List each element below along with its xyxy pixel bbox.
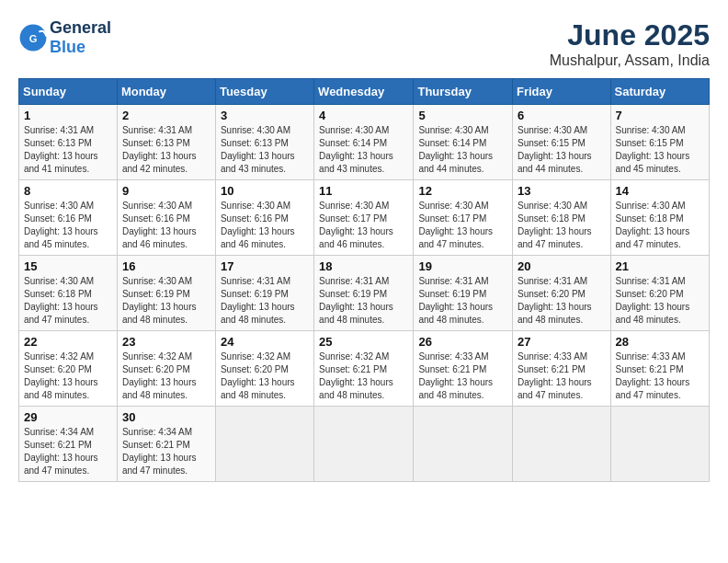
calendar-week-row: 8 Sunrise: 4:30 AMSunset: 6:16 PMDayligh… — [19, 180, 710, 256]
page-header: G General Blue June 2025 Mushalpur, Assa… — [18, 18, 710, 69]
table-row: 8 Sunrise: 4:30 AMSunset: 6:16 PMDayligh… — [19, 180, 118, 256]
day-detail: Sunrise: 4:30 AMSunset: 6:14 PMDaylight:… — [319, 125, 393, 174]
table-row: 16 Sunrise: 4:30 AMSunset: 6:19 PMDaylig… — [117, 256, 215, 331]
table-row: 13 Sunrise: 4:30 AMSunset: 6:18 PMDaylig… — [513, 180, 611, 256]
day-detail: Sunrise: 4:31 AMSunset: 6:19 PMDaylight:… — [221, 276, 295, 325]
table-row — [610, 407, 709, 482]
table-row: 7 Sunrise: 4:30 AMSunset: 6:15 PMDayligh… — [610, 105, 709, 180]
day-detail: Sunrise: 4:30 AMSunset: 6:14 PMDaylight:… — [418, 125, 493, 174]
day-number: 10 — [221, 184, 309, 198]
day-detail: Sunrise: 4:32 AMSunset: 6:20 PMDaylight:… — [24, 351, 98, 400]
table-row: 3 Sunrise: 4:30 AMSunset: 6:13 PMDayligh… — [215, 105, 313, 180]
table-row — [215, 407, 313, 482]
table-row: 11 Sunrise: 4:30 AMSunset: 6:17 PMDaylig… — [314, 180, 414, 256]
calendar-week-row: 15 Sunrise: 4:30 AMSunset: 6:18 PMDaylig… — [19, 256, 710, 331]
day-detail: Sunrise: 4:30 AMSunset: 6:17 PMDaylight:… — [418, 201, 493, 249]
day-detail: Sunrise: 4:31 AMSunset: 6:20 PMDaylight:… — [518, 276, 592, 325]
table-row: 14 Sunrise: 4:30 AMSunset: 6:18 PMDaylig… — [610, 180, 709, 256]
day-number: 6 — [518, 109, 606, 122]
calendar-week-row: 29 Sunrise: 4:34 AMSunset: 6:21 PMDaylig… — [19, 407, 710, 482]
table-row: 22 Sunrise: 4:32 AMSunset: 6:20 PMDaylig… — [19, 331, 118, 407]
table-row — [414, 407, 513, 482]
table-row: 12 Sunrise: 4:30 AMSunset: 6:17 PMDaylig… — [414, 180, 513, 256]
col-monday: Monday — [117, 79, 215, 105]
day-detail: Sunrise: 4:33 AMSunset: 6:21 PMDaylight:… — [518, 351, 592, 400]
day-number: 5 — [418, 109, 507, 122]
calendar-table: Sunday Monday Tuesday Wednesday Thursday… — [18, 78, 710, 482]
table-row — [314, 407, 414, 482]
table-row: 18 Sunrise: 4:31 AMSunset: 6:19 PMDaylig… — [314, 256, 414, 331]
day-number: 7 — [616, 109, 704, 122]
day-detail: Sunrise: 4:30 AMSunset: 6:19 PMDaylight:… — [122, 276, 197, 325]
day-number: 19 — [418, 259, 507, 273]
table-row: 28 Sunrise: 4:33 AMSunset: 6:21 PMDaylig… — [610, 331, 709, 407]
day-number: 29 — [24, 410, 112, 424]
day-number: 8 — [24, 184, 112, 198]
table-row: 6 Sunrise: 4:30 AMSunset: 6:15 PMDayligh… — [513, 105, 611, 180]
day-number: 14 — [616, 184, 704, 198]
calendar-week-row: 1 Sunrise: 4:31 AMSunset: 6:13 PMDayligh… — [19, 105, 710, 180]
col-wednesday: Wednesday — [314, 79, 414, 105]
day-number: 24 — [221, 335, 309, 349]
col-thursday: Thursday — [414, 79, 513, 105]
day-detail: Sunrise: 4:30 AMSunset: 6:18 PMDaylight:… — [24, 276, 98, 325]
table-row: 30 Sunrise: 4:34 AMSunset: 6:21 PMDaylig… — [117, 407, 215, 482]
day-detail: Sunrise: 4:34 AMSunset: 6:21 PMDaylight:… — [24, 427, 98, 476]
day-number: 27 — [518, 335, 606, 349]
day-number: 12 — [418, 184, 507, 198]
day-detail: Sunrise: 4:31 AMSunset: 6:13 PMDaylight:… — [24, 125, 98, 174]
day-number: 22 — [24, 335, 112, 349]
day-detail: Sunrise: 4:30 AMSunset: 6:16 PMDaylight:… — [24, 201, 98, 249]
day-detail: Sunrise: 4:31 AMSunset: 6:19 PMDaylight:… — [319, 276, 393, 325]
day-detail: Sunrise: 4:31 AMSunset: 6:20 PMDaylight:… — [616, 276, 690, 325]
day-number: 17 — [221, 259, 309, 273]
day-number: 13 — [518, 184, 606, 198]
table-row: 23 Sunrise: 4:32 AMSunset: 6:20 PMDaylig… — [117, 331, 215, 407]
day-number: 16 — [122, 259, 210, 273]
day-number: 25 — [319, 335, 408, 349]
col-friday: Friday — [513, 79, 611, 105]
day-detail: Sunrise: 4:30 AMSunset: 6:16 PMDaylight:… — [122, 201, 197, 249]
logo-icon: G — [18, 23, 48, 52]
table-row: 21 Sunrise: 4:31 AMSunset: 6:20 PMDaylig… — [610, 256, 709, 331]
svg-text:G: G — [29, 33, 38, 44]
day-number: 18 — [319, 259, 408, 273]
day-detail: Sunrise: 4:32 AMSunset: 6:20 PMDaylight:… — [221, 351, 295, 400]
table-row: 15 Sunrise: 4:30 AMSunset: 6:18 PMDaylig… — [19, 256, 118, 331]
day-detail: Sunrise: 4:30 AMSunset: 6:18 PMDaylight:… — [616, 201, 690, 249]
table-row: 24 Sunrise: 4:32 AMSunset: 6:20 PMDaylig… — [215, 331, 313, 407]
day-detail: Sunrise: 4:32 AMSunset: 6:21 PMDaylight:… — [319, 351, 393, 400]
table-row: 1 Sunrise: 4:31 AMSunset: 6:13 PMDayligh… — [19, 105, 118, 180]
day-number: 1 — [24, 109, 112, 122]
day-detail: Sunrise: 4:31 AMSunset: 6:19 PMDaylight:… — [418, 276, 493, 325]
table-row: 25 Sunrise: 4:32 AMSunset: 6:21 PMDaylig… — [314, 331, 414, 407]
table-row: 10 Sunrise: 4:30 AMSunset: 6:16 PMDaylig… — [215, 180, 313, 256]
calendar-subtitle: Mushalpur, Assam, India — [550, 52, 710, 69]
table-row: 5 Sunrise: 4:30 AMSunset: 6:14 PMDayligh… — [414, 105, 513, 180]
logo-general-text: General — [50, 18, 111, 37]
logo-blue-text: Blue — [50, 38, 85, 56]
day-number: 26 — [418, 335, 507, 349]
day-number: 2 — [122, 109, 210, 122]
table-row: 4 Sunrise: 4:30 AMSunset: 6:14 PMDayligh… — [314, 105, 414, 180]
table-row: 29 Sunrise: 4:34 AMSunset: 6:21 PMDaylig… — [19, 407, 118, 482]
day-number: 15 — [24, 259, 112, 273]
logo: G General Blue — [18, 18, 111, 57]
title-block: June 2025 Mushalpur, Assam, India — [550, 18, 710, 69]
table-row: 26 Sunrise: 4:33 AMSunset: 6:21 PMDaylig… — [414, 331, 513, 407]
day-detail: Sunrise: 4:31 AMSunset: 6:13 PMDaylight:… — [122, 125, 197, 174]
calendar-week-row: 22 Sunrise: 4:32 AMSunset: 6:20 PMDaylig… — [19, 331, 710, 407]
day-number: 9 — [122, 184, 210, 198]
day-detail: Sunrise: 4:33 AMSunset: 6:21 PMDaylight:… — [418, 351, 493, 400]
day-detail: Sunrise: 4:30 AMSunset: 6:18 PMDaylight:… — [518, 201, 592, 249]
table-row — [513, 407, 611, 482]
day-number: 21 — [616, 259, 704, 273]
day-detail: Sunrise: 4:30 AMSunset: 6:13 PMDaylight:… — [221, 125, 295, 174]
day-number: 4 — [319, 109, 408, 122]
col-tuesday: Tuesday — [215, 79, 313, 105]
day-detail: Sunrise: 4:30 AMSunset: 6:16 PMDaylight:… — [221, 201, 295, 249]
day-number: 20 — [518, 259, 606, 273]
day-detail: Sunrise: 4:30 AMSunset: 6:15 PMDaylight:… — [616, 125, 690, 174]
day-number: 11 — [319, 184, 408, 198]
day-number: 28 — [616, 335, 704, 349]
